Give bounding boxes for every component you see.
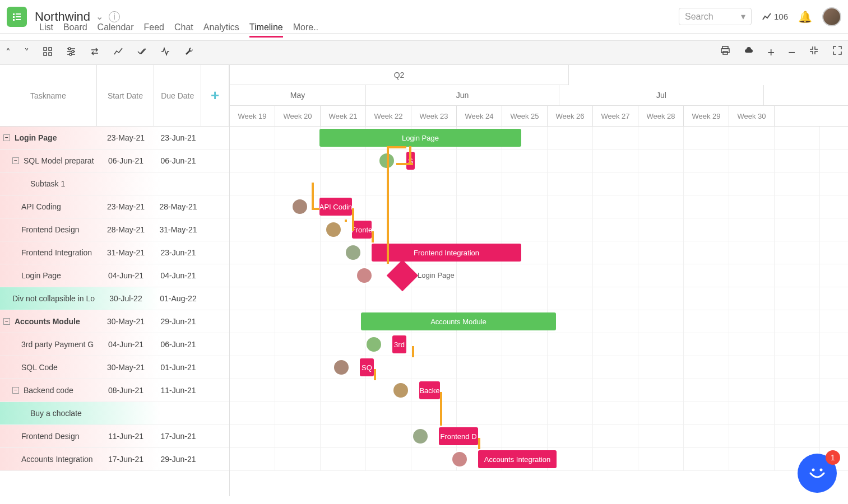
- chart-line-icon[interactable]: [113, 46, 123, 59]
- month-jun: Jun: [366, 85, 559, 105]
- activity-icon[interactable]: [160, 46, 170, 59]
- chevron-down-icon[interactable]: ˅: [24, 46, 29, 59]
- task-name: Div not collapsible in Lo: [12, 294, 95, 303]
- caret-down-icon: ▾: [741, 11, 745, 22]
- assignee-avatar[interactable]: [345, 244, 362, 261]
- tab-list[interactable]: List: [39, 22, 53, 38]
- task-row[interactable]: Accounts Integration17-Jun-2129-Jun-21: [0, 448, 229, 471]
- svg-rect-5: [16, 19, 21, 20]
- gantt-row: [230, 287, 848, 310]
- wrench-icon[interactable]: [184, 46, 194, 59]
- task-row[interactable]: Frontend Design11-Jun-2117-Jun-21: [0, 425, 229, 448]
- print-icon[interactable]: [720, 45, 730, 60]
- col-taskname[interactable]: Taskname: [0, 65, 97, 126]
- chevron-down-icon[interactable]: ⌄: [96, 11, 103, 22]
- assignee-avatar[interactable]: [392, 382, 409, 399]
- add-column-button[interactable]: +: [201, 65, 229, 126]
- collapse-toggle[interactable]: −: [3, 318, 10, 325]
- milestone-label: Login Page: [418, 271, 455, 279]
- assignee-avatar[interactable]: [291, 198, 308, 215]
- week-header: Week 30: [729, 106, 775, 127]
- task-row[interactable]: SQL Code30-May-2101-Jun-21: [0, 356, 229, 379]
- task-due: 04-Jun-21: [155, 271, 202, 280]
- gantt-row: [230, 425, 848, 448]
- tab-board[interactable]: Board: [63, 22, 87, 38]
- tab-chat[interactable]: Chat: [174, 22, 193, 38]
- task-row[interactable]: −Login Page23-May-2123-Jun-21: [0, 127, 229, 150]
- project-title[interactable]: Northwind: [35, 10, 90, 24]
- chevron-up-icon[interactable]: ˄: [6, 46, 11, 59]
- gantt-bar[interactable]: Accounts Module: [361, 312, 556, 330]
- cloud-icon[interactable]: [744, 45, 754, 60]
- assignee-avatar[interactable]: [412, 428, 429, 445]
- sliders-icon[interactable]: [66, 46, 76, 59]
- task-row[interactable]: Frontend Integration31-May-2123-Jun-21: [0, 241, 229, 264]
- gantt-bar[interactable]: Frontend Integration: [372, 244, 521, 262]
- gantt-bar[interactable]: Backe: [419, 381, 440, 399]
- task-row[interactable]: −SQL Model preparat06-Jun-2106-Jun-21: [0, 150, 229, 172]
- task-name: Accounts Module: [15, 317, 80, 326]
- search-placeholder: Search: [685, 12, 713, 22]
- svg-rect-8: [44, 53, 47, 55]
- col-due[interactable]: Due Date: [154, 65, 201, 126]
- assignee-avatar[interactable]: [356, 267, 373, 284]
- svg-rect-17: [721, 49, 729, 53]
- user-avatar[interactable]: [822, 7, 841, 26]
- tab-calendar[interactable]: Calendar: [98, 22, 134, 38]
- app-logo[interactable]: [7, 7, 27, 27]
- check-all-icon[interactable]: [137, 46, 147, 59]
- grid-icon[interactable]: [43, 46, 53, 59]
- collapse-toggle[interactable]: −: [3, 134, 10, 141]
- week-header: Week 23: [411, 106, 457, 127]
- col-start[interactable]: Start Date: [97, 65, 155, 126]
- search-input[interactable]: Search▾: [679, 8, 752, 25]
- tab-analytics[interactable]: Analytics: [203, 22, 239, 38]
- task-due: 01-Jun-21: [155, 363, 202, 372]
- stats-counter[interactable]: 106: [762, 12, 788, 22]
- info-icon[interactable]: i: [109, 11, 120, 22]
- task-row[interactable]: Div not collapsible in Lo30-Jul-2201-Aug…: [0, 287, 229, 310]
- gantt-bar[interactable]: API Codin: [319, 198, 352, 216]
- task-row[interactable]: −Accounts Module30-May-2129-Jun-21: [0, 310, 229, 333]
- gantt-bar[interactable]: Fronte: [352, 221, 372, 239]
- collapse-toggle[interactable]: −: [12, 387, 19, 394]
- assignee-avatar[interactable]: [333, 359, 350, 376]
- assignee-avatar[interactable]: [378, 152, 395, 169]
- gantt-bar[interactable]: SQ: [360, 358, 374, 376]
- gantt-chart[interactable]: Q2 MayJunJul Week 19Week 20Week 21Week 2…: [230, 65, 848, 496]
- swap-icon[interactable]: [90, 46, 100, 59]
- tab-timeline[interactable]: Timeline: [249, 22, 283, 38]
- gantt-row: [230, 333, 848, 356]
- task-row[interactable]: Frontend Design28-May-2131-May-21: [0, 218, 229, 241]
- gantt-bar[interactable]: Frontend D: [439, 427, 478, 445]
- chat-button[interactable]: 1: [798, 454, 837, 493]
- task-start: 23-May-21: [97, 133, 155, 142]
- collapse-icon[interactable]: [809, 45, 819, 60]
- assignee-avatar[interactable]: [451, 451, 468, 468]
- tab-more[interactable]: More..: [293, 22, 318, 38]
- task-row[interactable]: 3rd party Payment G04-Jun-2106-Jun-21: [0, 333, 229, 356]
- assignee-avatar[interactable]: [325, 221, 342, 238]
- bell-icon[interactable]: 🔔: [798, 10, 812, 24]
- task-row[interactable]: Subtask 1: [0, 172, 229, 195]
- task-name: Subtask 1: [30, 179, 65, 188]
- task-row[interactable]: Buy a choclate: [0, 402, 229, 425]
- gantt-row: [230, 356, 848, 379]
- gantt-bar[interactable]: Accounts Integration: [478, 450, 557, 468]
- task-start: 08-Jun-21: [97, 386, 155, 395]
- week-header: Week 19: [230, 106, 275, 127]
- collapse-toggle[interactable]: −: [12, 157, 19, 164]
- expand-icon[interactable]: [832, 45, 842, 60]
- minus-icon[interactable]: −: [788, 45, 795, 60]
- assignee-avatar[interactable]: [365, 336, 382, 353]
- gantt-bar[interactable]: Login Page: [319, 129, 521, 147]
- task-row[interactable]: Login Page04-Jun-2104-Jun-21: [0, 264, 229, 287]
- gantt-bar[interactable]: 3rd: [392, 335, 406, 353]
- chat-badge: 1: [826, 450, 840, 465]
- gantt-bar[interactable]: S: [406, 152, 415, 170]
- task-row[interactable]: −Backend code08-Jun-2111-Jun-21: [0, 379, 229, 402]
- task-row[interactable]: API Coding23-May-2128-May-21: [0, 195, 229, 218]
- tab-feed[interactable]: Feed: [144, 22, 164, 38]
- plus-icon[interactable]: +: [767, 45, 775, 60]
- gantt-row: [230, 379, 848, 402]
